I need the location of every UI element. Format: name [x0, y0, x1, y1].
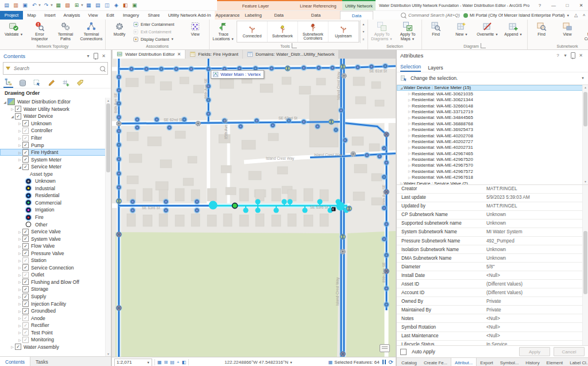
- display-content-button[interactable]: Display Content▼: [133, 36, 182, 43]
- layer-item[interactable]: ▷✓Service Connection: [0, 264, 111, 272]
- layer-item[interactable]: ▷✓Water Assembly: [0, 344, 111, 351]
- close-panel-icon[interactable]: ✕: [577, 53, 585, 58]
- view-associations-button[interactable]: View: [183, 20, 208, 43]
- map-svg[interactable]: SE 62nd StSE 62nd StSE 63rd StSE 63rd St…: [112, 59, 396, 357]
- save-icon[interactable]: ▣: [21, 1, 29, 9]
- scrollbar[interactable]: ▲▼: [105, 98, 111, 356]
- pump-station[interactable]: [332, 207, 336, 211]
- find-button[interactable]: Find: [423, 20, 448, 43]
- error-inspector-button[interactable]: Error Inspector: [27, 20, 52, 43]
- exit-containment-button[interactable]: Exit Containment: [133, 28, 182, 35]
- terminal-connections-button[interactable]: Terminal Connections: [79, 20, 104, 43]
- attribute-row[interactable]: CP Subnetwork NameUnknown: [397, 211, 588, 219]
- tab-data[interactable]: Data: [266, 11, 292, 20]
- bottom-tab-export[interactable]: Export: [477, 360, 497, 365]
- copy-icon[interactable]: ▦: [54, 1, 63, 9]
- open-icon[interactable]: ▥: [11, 1, 20, 9]
- attribute-row[interactable]: Lifecycle StatusIn Service: [397, 341, 588, 346]
- apply-button[interactable]: Apply: [519, 347, 550, 356]
- tab-utility-network-add-in[interactable]: Utility Network Add-In: [164, 11, 215, 20]
- contents-search[interactable]: [3, 62, 108, 75]
- tab-labeling[interactable]: Labeling: [241, 11, 266, 20]
- expander-icon[interactable]: ▷: [17, 121, 22, 125]
- expander-icon[interactable]: ▷: [17, 265, 22, 269]
- layer-item[interactable]: ▷✓Rectifier: [0, 322, 111, 329]
- expander-icon[interactable]: ▷: [17, 151, 22, 155]
- layer-item[interactable]: ▷✓Service Valve: [0, 228, 111, 236]
- visibility-checkbox[interactable]: ✓: [22, 229, 29, 235]
- panel-menu-icon[interactable]: ▾: [84, 53, 92, 59]
- expander-icon[interactable]: ▷: [17, 309, 22, 313]
- visibility-checkbox[interactable]: ✓: [15, 113, 21, 120]
- attribute-row[interactable]: DMA Subnetwork NameUnknown: [397, 254, 588, 263]
- bottom-tab-element[interactable]: Element: [543, 360, 567, 365]
- expander-icon[interactable]: ▷: [17, 251, 22, 255]
- visibility-checkbox[interactable]: ✓: [22, 142, 29, 148]
- visibility-checkbox[interactable]: ✓: [22, 300, 29, 307]
- search-input[interactable]: [13, 65, 98, 72]
- expander-icon[interactable]: ▷: [17, 295, 22, 299]
- layout-icon[interactable]: ◫: [103, 1, 111, 9]
- expander-icon[interactable]: ▷: [17, 157, 22, 161]
- expander-icon[interactable]: ▷: [17, 316, 22, 320]
- tab-data[interactable]: Data: [292, 11, 340, 20]
- fitting[interactable]: [340, 249, 346, 255]
- modify-associations-button[interactable]: Modify: [107, 20, 132, 43]
- visibility-checkbox[interactable]: ✓: [22, 156, 29, 163]
- layer-item[interactable]: ▷✓Storage: [0, 286, 111, 293]
- visibility-checkbox[interactable]: ✓: [22, 322, 29, 329]
- enter-containment-button[interactable]: Enter Containment: [133, 21, 182, 28]
- expander-icon[interactable]: ▷: [17, 244, 22, 248]
- tab-data[interactable]: Data: [340, 11, 373, 20]
- dialog-launcher-icon[interactable]: [292, 43, 297, 48]
- gallery-scroll[interactable]: ▲▼≡: [360, 20, 366, 43]
- close-panel-icon[interactable]: ✕: [100, 53, 107, 59]
- coordinates-readout[interactable]: 122.2248866°W 47.5482316°N ▼: [191, 360, 326, 365]
- expander-icon[interactable]: ◢: [2, 100, 7, 104]
- add-data-icon[interactable]: ⊞: [72, 1, 81, 9]
- selection-item[interactable]: ▷Residential: WA-ME-36888768: [397, 121, 588, 126]
- visibility-checkbox[interactable]: ✓: [22, 264, 29, 271]
- selection-item[interactable]: ▷Residential: WA-ME-40202731: [397, 145, 588, 151]
- trace-locations-button[interactable]: Trace Locations ▼: [211, 20, 236, 43]
- pan-grid-icon[interactable]: ▦: [157, 360, 162, 365]
- expander-icon[interactable]: ▷: [17, 273, 22, 277]
- layer-item[interactable]: ▷✓System Valve: [0, 235, 111, 242]
- layer-item[interactable]: ▷✓Filter: [0, 134, 111, 142]
- bottom-tab-history[interactable]: History: [522, 360, 543, 365]
- selected-feature[interactable]: [209, 201, 218, 209]
- expander-icon[interactable]: ▷: [10, 345, 15, 349]
- selected-features[interactable]: ▦Selected Features: 64: [328, 360, 380, 365]
- legend-item[interactable]: Fire: [0, 214, 111, 221]
- attribute-row[interactable]: Diameter5/8": [397, 263, 588, 271]
- visibility-checkbox[interactable]: ✓: [22, 128, 29, 134]
- portal-account[interactable]: MI Portal (City Of Mercer Island Enterpr…: [463, 11, 572, 20]
- visibility-checkbox[interactable]: ✓: [15, 344, 21, 350]
- selection-item[interactable]: ▷Residential: WA-ME-40202708: [397, 133, 588, 138]
- list-by-edit-icon[interactable]: [47, 78, 56, 88]
- attribute-row[interactable]: Owned ByPrivate: [397, 297, 588, 306]
- visibility-checkbox[interactable]: ✓: [22, 279, 29, 285]
- sound-icon[interactable]: ◧: [182, 360, 187, 365]
- list-by-source-icon[interactable]: [18, 78, 28, 88]
- visibility-checkbox[interactable]: ✓: [22, 337, 29, 343]
- visibility-checkbox[interactable]: ✓: [22, 257, 29, 264]
- list-by-select-icon[interactable]: [32, 78, 42, 88]
- selection-item[interactable]: ▷Residential: WA-ME-40202727: [397, 138, 588, 144]
- maximize-button[interactable]: □: [560, 0, 574, 10]
- tab-map[interactable]: Map: [23, 11, 40, 20]
- help-icon[interactable]: ?: [554, 53, 562, 58]
- bottom-tab-labelcl[interactable]: Label Cl...: [566, 360, 588, 365]
- layer-item[interactable]: ▷✓Monitoring: [0, 336, 111, 344]
- tool-upstream[interactable]: Upstream: [328, 21, 359, 42]
- list-by-order-icon[interactable]: [3, 76, 13, 88]
- attribute-row[interactable]: Last Maintenance<Null>: [397, 332, 588, 341]
- modify-controller-button[interactable]: Modify Controller: [581, 20, 588, 43]
- layer-item[interactable]: ▷✓Unknown: [0, 120, 111, 128]
- cancel-button[interactable]: Cancel: [554, 347, 585, 356]
- selected-feature[interactable]: [336, 202, 345, 210]
- expander-icon[interactable]: ◢: [10, 114, 15, 118]
- attribute-row[interactable]: Account ID(Different Values): [397, 288, 588, 297]
- selection-group-header[interactable]: ▷Water Device : Service Valve (2): [397, 180, 588, 185]
- attribute-row[interactable]: Updated byMATT.RINGEL: [397, 202, 588, 211]
